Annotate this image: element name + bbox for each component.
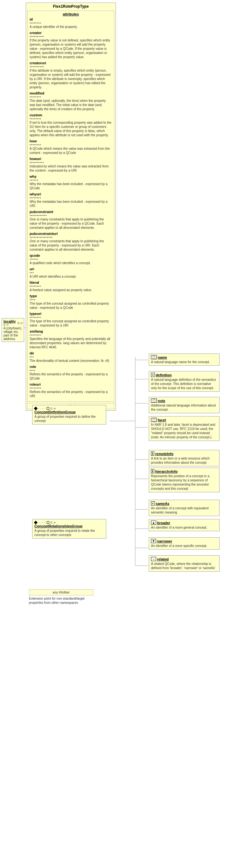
attr-roleuri: roleuri •••••••• Refines the semantics o… [30, 382, 112, 398]
cdg-multiplicity: 0..∞ [51, 407, 56, 410]
attr-xmllang: xmllang •••••••• Specifies the language … [30, 330, 112, 349]
locality-multiplicity-label: 0..n [18, 321, 23, 324]
definition-icon: ≡ [151, 373, 155, 377]
facet-title: facet [158, 418, 166, 422]
sameas-desc: An identifier of a concept with equivale… [151, 506, 217, 515]
cdg-desc: A group of properties required to define… [34, 414, 104, 423]
name-icon: 📋 [151, 355, 157, 359]
attr-role: role •••• Refines the semantics of the p… [30, 365, 112, 380]
remoteinfo-box: ℹ remoteInfo A link to an item or a web … [149, 450, 220, 466]
name-title: name [158, 355, 167, 359]
cdg-box-icon [47, 407, 49, 410]
hierarchyinfo-icon: ℹ [151, 469, 154, 473]
sameas-box: ≡ sameAs An identifier of a concept with… [149, 500, 220, 516]
attr-pubconstraint: pubconstraint •••••••••••• One or many c… [30, 210, 112, 230]
facet-box: 📋 facet In NAR 1.8 and later, facet is d… [149, 416, 220, 441]
hierarchyinfo-desc: Represents the position of a concept in … [151, 474, 217, 491]
crg-box-icon [47, 521, 49, 524]
crg-diamond-icon [34, 521, 37, 524]
definition-desc: A natural language definition of the sem… [151, 378, 217, 390]
related-title: related [157, 557, 169, 561]
related-desc: A related QCode, where the relationship … [151, 562, 217, 570]
crg-dots-icon: - - - - [38, 521, 46, 524]
note-icon: 📋 [151, 399, 157, 403]
attr-literal: literal •••••••• A freetext value assign… [30, 281, 112, 292]
narrower-desc: An identifier of a more specific concept… [151, 544, 217, 548]
main-type-box: Flex1RolePropType attributes id ••••••••… [26, 3, 116, 411]
bottom-any-other-section: any ##other Extension point for non-stan… [29, 588, 93, 605]
name-box: 📋 name A natural language name for the c… [149, 353, 220, 366]
broader-title: broader [157, 521, 170, 525]
attr-qcode: qcode •••••• A qualified code which iden… [30, 253, 112, 265]
attributes-header: attributes [30, 12, 112, 16]
remoteinfo-title: remoteInfo [155, 452, 173, 456]
concept-relationships-group-box: - - - - 0..∞ ConceptRelationshipsGroup A… [32, 519, 106, 538]
crg-title: ConceptRelationshipsGroup [34, 524, 104, 528]
concept-definitions-group-box: - - - - 0..∞ ConceptDefinitionGroup A gr… [32, 405, 106, 425]
broader-desc: An identifier of a more general concept. [151, 525, 217, 530]
attr-modified: modified •••••••• The date (and, optiona… [30, 91, 112, 111]
sameas-title: sameAs [156, 502, 169, 505]
attr-whyuri: whyuri •••••••• Why the metadata has bee… [30, 192, 112, 208]
bottom-any-other-label: any ##other [29, 589, 93, 595]
main-box-title: Flex1RolePropType [27, 4, 114, 9]
sameas-icon: ≡ [151, 501, 155, 505]
facet-desc: In NAR 1.8 and later, facet is deprecate… [151, 423, 217, 439]
attr-pubconstrainturi: pubconstrainturi •••••••••••••••• One or… [30, 232, 112, 252]
remoteinfo-icon: ℹ [151, 452, 154, 456]
related-box: ↔ related A related QCode, where the rel… [149, 555, 220, 572]
narrower-box: ▼ narrower An identifier of a more speci… [149, 537, 220, 550]
attr-how: how •••••••• A QCode which means the val… [30, 139, 112, 155]
narrower-icon: ▼ [151, 539, 156, 543]
broader-icon: ▲ [151, 521, 156, 525]
attr-creator: creator •••••••••• If the property value… [30, 31, 112, 59]
attr-custom: custom •••••••• If set to true the corre… [30, 113, 112, 137]
broader-box: ▲ broader An identifier of a more genera… [149, 519, 220, 531]
definition-box: ≡ definition A natural language definiti… [149, 371, 220, 392]
bottom-any-other-desc: Extension point for non-standard/target … [29, 596, 93, 605]
attr-howuri: howuri •••••••••• Indicated by which mea… [30, 157, 112, 173]
note-desc: Additional natural language information … [151, 403, 217, 412]
attr-dir: dir ••• The directionality of textual co… [30, 351, 112, 363]
attr-uri: uri ••• A URI which identifies a concept… [30, 267, 112, 279]
facet-icon: 📋 [151, 418, 157, 422]
attr-creatoruri: creatoruri •••••••••• If the attribute i… [30, 61, 112, 89]
attr-why: why •••••• Why the metadata has been inc… [30, 175, 112, 190]
cdg-diamond-icon [34, 406, 37, 410]
hierarchyinfo-title: hierarchyInfo [155, 469, 178, 473]
cdg-dots-icon: - - - - [38, 406, 46, 410]
definition-title: definition [156, 373, 172, 377]
note-box: 📋 note Additional natural language infor… [149, 397, 220, 413]
cdg-title: ConceptDefinitionGroup [34, 410, 104, 414]
crg-desc: A group of properties required to relate… [34, 529, 104, 537]
hierarchyinfo-box: ℹ hierarchyInfo Represents the position … [149, 468, 220, 492]
remoteinfo-desc: A link to an item or a web resource whic… [151, 456, 217, 465]
locality-desc: A (city/town), village etc, part of the … [3, 327, 22, 341]
narrower-title: narrower [157, 539, 172, 543]
attributes-section: attributes id •••••••• A unique identifi… [27, 10, 114, 402]
attr-id: id •••••••• A unique identifier of the p… [30, 18, 112, 29]
attr-type: type •••• The type of the concept assign… [30, 294, 112, 310]
crg-multiplicity: 0..∞ [51, 521, 56, 524]
note-title: note [158, 399, 165, 403]
related-icon: ↔ [151, 557, 156, 561]
name-desc: A natural language name for the concept. [151, 360, 217, 364]
attr-typeuri: typeuri •••••••• The type of the concept… [30, 312, 112, 328]
